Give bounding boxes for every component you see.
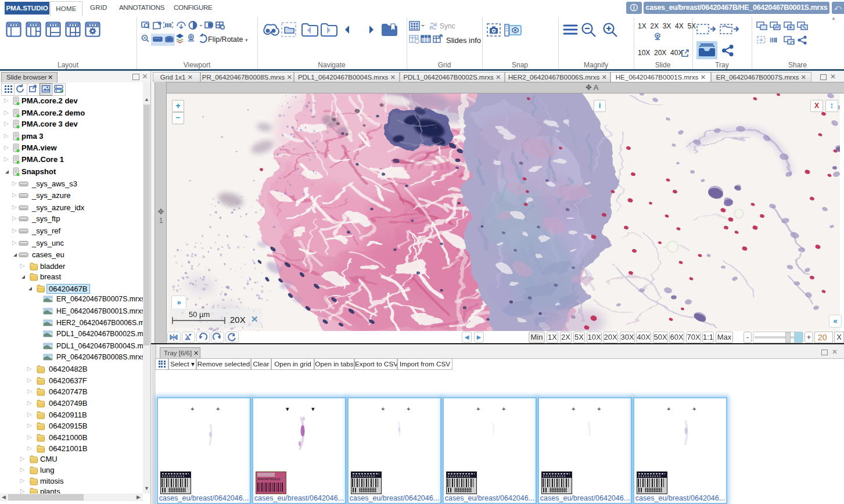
svg-text:Sync: Sync <box>440 22 455 30</box>
